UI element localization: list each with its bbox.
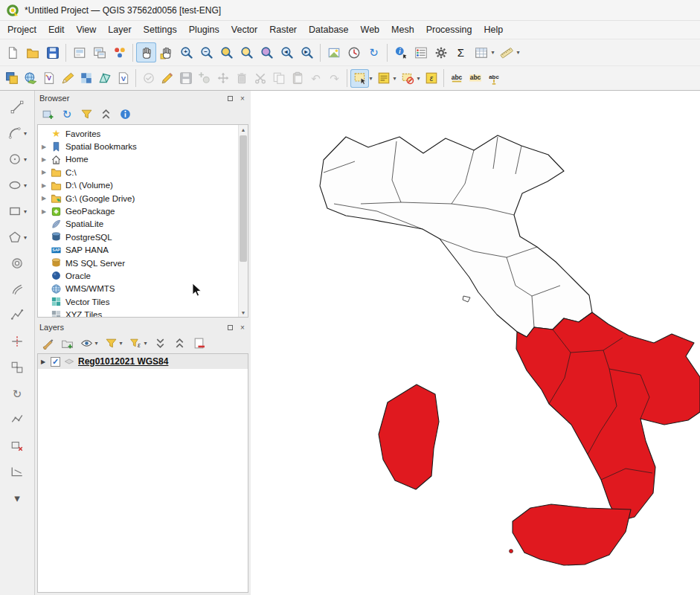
cut-features-button[interactable]: [251, 69, 269, 88]
menu-plugins[interactable]: Plugins: [183, 21, 225, 39]
statistical-summary-button[interactable]: [411, 42, 431, 62]
remove-layer-button[interactable]: [190, 335, 207, 352]
filter-by-expression-button[interactable]: ε: [127, 335, 144, 352]
collapse-all-layers-button[interactable]: [171, 335, 187, 352]
new-print-layout-button[interactable]: [69, 42, 89, 62]
expand-arrow-icon[interactable]: ▶: [41, 358, 50, 365]
add-selected-layers-button[interactable]: [39, 106, 56, 123]
regular-polygon-button[interactable]: [6, 228, 24, 246]
toggle-editing-button[interactable]: [158, 69, 176, 88]
browser-item-xyz-tiles[interactable]: XYZ Tiles: [38, 308, 248, 318]
browser-item-favorites[interactable]: ★Favorites: [38, 127, 248, 140]
reshape-features-button[interactable]: [8, 306, 26, 324]
identify-features-button[interactable]: i: [391, 42, 411, 62]
filter-legend-button[interactable]: [103, 335, 119, 352]
expand-arrow-icon[interactable]: ▶: [42, 208, 50, 215]
new-project-button[interactable]: [2, 42, 22, 62]
ellipse-tool-button-dropdown[interactable]: ▾: [22, 182, 29, 189]
open-project-button[interactable]: [22, 42, 42, 62]
style-manager-button[interactable]: [109, 42, 129, 62]
measure-button-dropdown[interactable]: ▾: [515, 49, 521, 56]
trim-extend-button[interactable]: [8, 463, 26, 480]
expand-arrow-icon[interactable]: ▶: [42, 195, 50, 202]
offset-curve-button[interactable]: [8, 280, 26, 298]
manage-map-themes-button[interactable]: [78, 335, 94, 352]
merge-features-button[interactable]: [8, 358, 26, 376]
browser-scrollbar[interactable]: ▲ ▼: [238, 125, 248, 317]
expand-all-button[interactable]: [152, 335, 168, 352]
layers-panel-close-button[interactable]: ×: [237, 323, 248, 332]
measure-button[interactable]: [496, 42, 516, 62]
regular-polygon-button-dropdown[interactable]: ▾: [22, 234, 29, 241]
zoom-in-button[interactable]: +: [176, 42, 196, 62]
new-map-view-button[interactable]: [324, 42, 344, 62]
layer-item-reg01012021-wgs84[interactable]: ▶✓Reg01012021 WGS84: [38, 354, 248, 369]
browser-item-geopackage[interactable]: ▶GeoPackage: [38, 205, 248, 217]
menu-help[interactable]: Help: [478, 21, 509, 39]
layers-panel-float-button[interactable]: [225, 323, 235, 332]
save-edits-button[interactable]: [176, 69, 195, 88]
select-features-button[interactable]: [350, 69, 369, 88]
menu-settings[interactable]: Settings: [138, 21, 183, 39]
split-features-button[interactable]: [8, 332, 26, 350]
refresh-map-button[interactable]: ↻: [364, 42, 384, 62]
undo-button[interactable]: ↶: [306, 69, 325, 88]
save-project-button[interactable]: [42, 42, 62, 62]
zoom-full-button[interactable]: [216, 42, 237, 62]
expand-arrow-icon[interactable]: ▶: [42, 144, 50, 150]
add-raster-layer-button[interactable]: [77, 69, 95, 88]
layer-diagram-button[interactable]: abc: [466, 69, 484, 88]
fill-ring-button[interactable]: [8, 254, 26, 272]
paste-features-button[interactable]: [288, 69, 306, 88]
filter-by-expression-button-dropdown[interactable]: ▾: [142, 340, 149, 347]
vertex-tool-button[interactable]: [8, 98, 26, 116]
deselect-all-button-dropdown[interactable]: ▾: [415, 75, 422, 82]
add-virtual-layer-button[interactable]: V: [114, 69, 132, 88]
copy-features-button[interactable]: [269, 69, 288, 88]
menu-mesh[interactable]: Mesh: [385, 21, 420, 39]
browser-item-postgresql[interactable]: PostgreSQL: [38, 231, 248, 243]
menu-project[interactable]: Project: [1, 21, 42, 39]
redo-button[interactable]: ↷: [325, 69, 344, 88]
browser-item-spatialite[interactable]: SpatiaLite: [38, 218, 248, 231]
zoom-to-selection-button[interactable]: [237, 42, 257, 62]
attribute-table-button-dropdown[interactable]: ▾: [489, 49, 496, 56]
browser-item-vector-tiles[interactable]: Vector Tiles: [38, 295, 248, 308]
browser-item-sap-hana[interactable]: SAPSAP HANA: [38, 244, 248, 257]
layer-visibility-checkbox[interactable]: ✓: [51, 357, 60, 367]
zoom-out-button[interactable]: −: [196, 42, 216, 62]
open-layer-styling-button[interactable]: [39, 335, 56, 352]
browser-item-g-google-drive[interactable]: ▶G:\ (Google Drive): [38, 192, 248, 205]
rectangle-tool-button[interactable]: [6, 202, 24, 220]
expand-arrow-icon[interactable]: ▶: [42, 169, 50, 176]
scroll-up-arrow[interactable]: ▲: [239, 125, 248, 134]
browser-item-oracle[interactable]: Oracle: [38, 269, 248, 282]
browser-panel-float-button[interactable]: [225, 94, 235, 103]
circle-tool-button-dropdown[interactable]: ▾: [22, 156, 29, 163]
temporal-controller-button[interactable]: [344, 42, 364, 62]
browser-item-home[interactable]: ▶Home: [38, 153, 248, 166]
sum-features-button[interactable]: Σ: [451, 42, 471, 62]
browser-item-c[interactable]: ▶C:\: [38, 166, 248, 178]
rotate-feature-button[interactable]: ↻: [8, 385, 26, 402]
select-by-value-button[interactable]: [374, 69, 393, 88]
expand-arrow-icon[interactable]: ▶: [42, 156, 50, 163]
add-vector-layer-button[interactable]: V: [39, 69, 58, 88]
browser-item-wms-wmts[interactable]: WMS/WMTS: [38, 283, 248, 295]
collapse-all-button[interactable]: [97, 106, 114, 123]
new-geopackage-layer-button[interactable]: [21, 69, 39, 88]
delete-selected-button[interactable]: [232, 69, 251, 88]
deselect-all-button[interactable]: [398, 69, 417, 88]
filter-browser-button[interactable]: [78, 106, 94, 123]
select-by-expression-button[interactable]: ε: [422, 69, 440, 88]
manage-map-themes-button-dropdown[interactable]: ▾: [93, 340, 100, 347]
zoom-next-button[interactable]: ▸: [297, 42, 317, 62]
pan-to-selection-button[interactable]: [156, 42, 176, 62]
map-canvas[interactable]: [251, 91, 700, 595]
menu-web[interactable]: Web: [355, 21, 385, 39]
browser-panel-close-button[interactable]: ×: [237, 94, 248, 103]
select-by-value-button-dropdown[interactable]: ▾: [391, 75, 398, 82]
menu-vector[interactable]: Vector: [225, 21, 263, 39]
menu-layer[interactable]: Layer: [102, 21, 137, 39]
add-mesh-layer-button[interactable]: [95, 69, 114, 88]
